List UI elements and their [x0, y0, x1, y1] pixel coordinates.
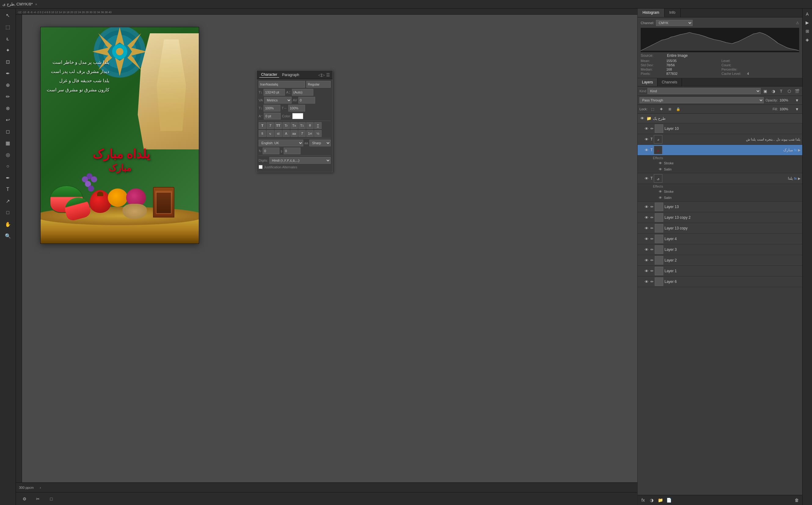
swash-button[interactable]: ꭒ — [266, 130, 274, 137]
effect-satin-text3[interactable]: 👁 Satin — [653, 195, 800, 201]
move-tool[interactable]: ↖ — [2, 10, 13, 21]
effect-stroke-text2[interactable]: 👁 Stroke — [653, 160, 800, 166]
blur-tool[interactable]: ◎ — [2, 149, 13, 160]
eye-layer2[interactable]: 👁 — [644, 258, 649, 263]
char-menu-icon[interactable]: ☰ — [326, 72, 330, 77]
eye-text1[interactable]: 👁 — [644, 137, 649, 142]
eye-layer6[interactable]: 👁 — [644, 279, 649, 285]
close-button[interactable]: × — [35, 2, 37, 6]
layer-item-text3[interactable]: 👁 T ی یلدا fx ▶ — [638, 173, 802, 184]
marquee-tool[interactable]: ⬚ — [2, 21, 13, 32]
blend-mode-select[interactable]: Pass Through — [639, 97, 764, 103]
path-select-tool[interactable]: ↗ — [2, 195, 13, 206]
eye-text2[interactable]: 👁 — [644, 147, 649, 153]
settings-button[interactable]: ⚙ — [19, 493, 30, 504]
style-Tu-button[interactable]: T — [314, 122, 322, 129]
layer-item-layer13[interactable]: 👁 ✏ Layer 13 — [638, 202, 802, 212]
eye-layer1[interactable]: 👁 — [644, 268, 649, 274]
layer-item-layer6[interactable]: 👁 ✏ Layer 6 — [638, 277, 802, 287]
hand-tool[interactable]: ✋ — [2, 219, 13, 230]
healing-tool[interactable]: ⊕ — [2, 79, 13, 91]
clone-stamp-tool[interactable]: ⊗ — [2, 103, 13, 114]
new-group-button[interactable]: 📁 — [656, 496, 664, 504]
fx-button[interactable]: fx — [639, 496, 647, 504]
layers-list[interactable]: 👁 📁 طرح یک 👁 ✏ Layer 10 — [638, 114, 802, 495]
style-T1-button[interactable]: T1 — [298, 122, 306, 129]
lasso-tool[interactable]: ᴌ — [2, 33, 13, 44]
eye-layer13copy[interactable]: 👁 — [644, 225, 649, 231]
mask-button[interactable]: □ — [46, 493, 57, 504]
ordinal-button[interactable]: 1st — [306, 130, 314, 137]
filter-shape-button[interactable]: ⬡ — [786, 88, 792, 95]
aa-select[interactable]: Sharp Crisp Strong Smooth None — [310, 140, 331, 146]
mini-tool-4[interactable]: ◈ — [803, 35, 812, 44]
eye-layer4[interactable]: 👁 — [644, 236, 649, 242]
tab-histogram[interactable]: Histogram — [638, 9, 664, 17]
dodge-tool[interactable]: ○ — [2, 161, 13, 172]
layer-item-layer13copy[interactable]: 👁 ✏ Layer 13 copy — [638, 223, 802, 234]
effect-stroke-text3[interactable]: 👁 Stroke — [653, 188, 800, 195]
eye-text3[interactable]: 👁 — [644, 176, 649, 181]
eye-layer3[interactable]: 👁 — [644, 247, 649, 252]
eye-satin-text2[interactable]: 👁 — [658, 167, 663, 172]
tab-info[interactable]: Info — [664, 9, 681, 17]
lock-artboard-button[interactable]: ⊞ — [666, 106, 673, 113]
slant-input[interactable] — [284, 148, 300, 154]
layer-item-text1[interactable]: 👁 T ی یلدا شب بیوند دل ...بنجره است یلدا… — [638, 134, 802, 145]
aa-button[interactable]: A — [282, 130, 290, 137]
eye-layer13[interactable]: 👁 — [644, 204, 649, 209]
justification-checkbox[interactable] — [259, 165, 263, 169]
style-T-button[interactable]: T — [259, 122, 266, 129]
eye-layer13copy2[interactable]: 👁 — [644, 215, 649, 220]
leading-input[interactable] — [292, 89, 313, 96]
style-TT-button[interactable]: TT — [274, 122, 282, 129]
opacity-chevron[interactable]: ▼ — [794, 97, 800, 104]
effect-satin-text2[interactable]: 👁 Satin — [653, 166, 800, 172]
italic2-button[interactable]: T — [298, 130, 306, 137]
layer-item-layer10[interactable]: 👁 ✏ Layer 10 — [638, 124, 802, 134]
char-tab-character[interactable]: Character — [259, 72, 279, 77]
eraser-tool[interactable]: ◻ — [2, 126, 13, 137]
lock-all-button[interactable]: 🔒 — [675, 106, 681, 113]
layer-item-layer4[interactable]: 👁 ✏ Layer 4 — [638, 234, 802, 244]
hscale-input[interactable] — [288, 105, 305, 112]
tab-channels[interactable]: Channels — [657, 78, 682, 86]
brush-tool[interactable]: ✏ — [2, 91, 13, 102]
channel-select[interactable]: CMYK — [656, 20, 692, 26]
pen-tool[interactable]: ✒ — [2, 172, 13, 183]
shape-tool[interactable]: □ — [2, 207, 13, 218]
font-name-input[interactable] — [259, 81, 305, 88]
rotate-input[interactable] — [263, 148, 279, 154]
st-button[interactable]: st — [274, 130, 282, 137]
tab-layers[interactable]: Layers — [638, 78, 657, 86]
status-arrow[interactable]: › — [40, 486, 41, 489]
zoom-tool[interactable]: 🔍 — [2, 230, 13, 241]
color-swatch[interactable] — [292, 113, 303, 119]
layer-item-text2[interactable]: 👁 T م مبارک fx ▶ — [638, 145, 802, 156]
eye-stroke-text2[interactable]: 👁 — [658, 161, 663, 166]
magic-wand-tool[interactable]: ✦ — [2, 45, 13, 55]
expand-icon-text2[interactable]: ▶ — [798, 148, 800, 152]
expand-icon-text3[interactable]: ▶ — [798, 177, 800, 181]
char-expand-icon[interactable]: ◁▷ — [318, 72, 325, 77]
fi-button[interactable]: fi — [259, 130, 266, 137]
style-Ti-button[interactable]: T — [266, 122, 274, 129]
filter-adjustment-button[interactable]: ◑ — [770, 88, 777, 95]
kind-filter-select[interactable]: Kind — [647, 88, 761, 94]
eye-layer10[interactable]: 👁 — [644, 126, 649, 131]
style-Ts-button[interactable]: T — [306, 122, 314, 129]
filter-type-button[interactable]: T — [778, 88, 785, 95]
font-size-input[interactable] — [263, 89, 285, 96]
lock-pixels-button[interactable]: ⬚ — [649, 106, 656, 113]
kern-input[interactable] — [298, 97, 315, 104]
delete-layer-button[interactable]: 🗑 — [793, 496, 800, 504]
frac-button[interactable]: ½ — [314, 130, 322, 137]
layer-item-layer2[interactable]: 👁 ✏ Layer 2 — [638, 255, 802, 266]
eyedropper-tool[interactable]: ✒ — [2, 68, 13, 79]
eye-stroke-text3[interactable]: 👁 — [658, 189, 663, 194]
vscale-input[interactable] — [263, 105, 280, 112]
font-style-input[interactable] — [306, 81, 331, 88]
scissors-button[interactable]: ✂ — [32, 493, 43, 504]
eye-group1[interactable]: 👁 — [639, 116, 645, 121]
eye-satin-text3[interactable]: 👁 — [658, 195, 663, 200]
